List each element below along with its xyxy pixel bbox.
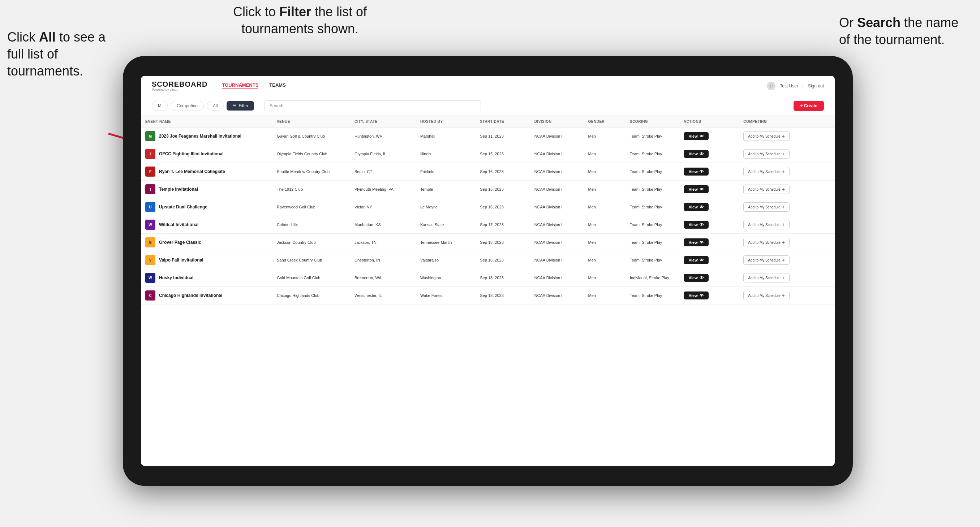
th-division: DIVISION [530,116,584,127]
schedule-button-0[interactable]: Add to My Schedule + [743,132,789,141]
th-competing: COMPETING [739,116,835,127]
cell-venue-4: Ravenwood Golf Club [272,198,350,216]
team-logo-9: C [145,290,155,300]
tab-hosting[interactable]: M [152,101,168,111]
cell-date-5: Sep 17, 2023 [476,216,530,234]
schedule-button-3[interactable]: Add to My Schedule + [743,184,789,194]
view-button-9[interactable]: View 👁 [684,292,709,300]
view-button-1[interactable]: View 👁 [684,150,709,158]
cell-hosted-2: Fairfield [416,163,476,181]
view-button-3[interactable]: View 👁 [684,185,709,193]
cell-event-9: C Chicago Highlands Invitational [141,287,272,305]
annotation-top-center: Click to Filter the list of tournaments … [210,3,390,38]
schedule-button-4[interactable]: Add to My Schedule + [743,202,789,212]
cell-hosted-5: Kansas State [416,216,476,234]
cell-division-0: NCAA Division I [530,127,584,145]
th-city: CITY, STATE [350,116,416,127]
schedule-button-5[interactable]: Add to My Schedule + [743,220,789,229]
cell-scoring-6: Team, Stroke Play [625,234,679,251]
cell-hosted-6: Tennessee-Martin [416,234,476,251]
schedule-button-7[interactable]: Add to My Schedule + [743,256,789,265]
cell-event-3: T Temple Invitational [141,181,272,198]
cell-actions-7: View 👁 [679,251,739,269]
cell-division-3: NCAA Division I [530,181,584,198]
team-logo-4: U [145,202,155,212]
cell-gender-4: Men [584,198,625,216]
tab-all[interactable]: All [207,101,224,111]
cell-event-6: G Grover Page Classic [141,234,272,251]
team-logo-5: W [145,220,155,230]
annotation-top-left: Click All to see a full list of tourname… [7,29,108,79]
cell-scoring-9: Team, Stroke Play [625,287,679,305]
th-date: START DATE [476,116,530,127]
cell-scoring-5: Team, Stroke Play [625,216,679,234]
cell-competing-9: Add to My Schedule + [739,287,835,305]
filter-label: Filter [239,103,248,108]
nav-right: U Test User | Sign out [767,82,824,90]
cell-competing-7: Add to My Schedule + [739,251,835,269]
cell-hosted-3: Temple [416,181,476,198]
nav-separator: | [803,83,803,89]
view-button-6[interactable]: View 👁 [684,238,709,246]
cell-competing-3: Add to My Schedule + [739,181,835,198]
schedule-button-9[interactable]: Add to My Schedule + [743,291,789,300]
cell-venue-9: Chicago Highlands Club [272,287,350,305]
filter-button[interactable]: ☰ Filter [227,101,254,111]
schedule-button-8[interactable]: Add to My Schedule + [743,273,789,283]
team-logo-0: M [145,131,155,141]
tournaments-table: EVENT NAME VENUE CITY, STATE HOSTED BY S… [141,116,835,305]
view-button-0[interactable]: View 👁 [684,132,709,140]
eye-icon-7: 👁 [700,258,703,262]
view-button-4[interactable]: View 👁 [684,203,709,211]
schedule-button-6[interactable]: Add to My Schedule + [743,238,789,247]
event-name-4: Upstate Dual Challenge [159,205,207,210]
team-logo-7: V [145,255,155,265]
cell-event-7: V Valpo Fall Invitational [141,251,272,269]
cell-city-3: Plymouth Meeting, PA [350,181,416,198]
cell-division-9: NCAA Division I [530,287,584,305]
table-row: I OFCC Fighting Illini Invitational Olym… [141,145,835,163]
cell-gender-5: Men [584,216,625,234]
view-button-5[interactable]: View 👁 [684,221,709,229]
event-name-0: 2023 Joe Feaganes Marshall Invitational [159,133,242,139]
event-name-7: Valpo Fall Invitational [159,257,204,263]
sign-out-link[interactable]: Sign out [808,83,824,89]
table-row: F Ryan T. Lee Memorial Collegiate Shuttl… [141,163,835,181]
cell-competing-6: Add to My Schedule + [739,234,835,251]
view-button-7[interactable]: View 👁 [684,256,709,264]
th-gender: GENDER [584,116,625,127]
create-button[interactable]: + Create [794,101,824,111]
cell-scoring-2: Team, Stroke Play [625,163,679,181]
cell-venue-5: Colbert Hills [272,216,350,234]
cell-event-8: W Husky Individual [141,269,272,287]
schedule-button-1[interactable]: Add to My Schedule + [743,149,789,159]
search-input[interactable] [264,100,481,111]
cell-gender-0: Men [584,127,625,145]
eye-icon-9: 👁 [700,293,703,298]
eye-icon-1: 👁 [700,152,703,156]
cell-scoring-1: Team, Stroke Play [625,145,679,163]
cell-division-4: NCAA Division I [530,198,584,216]
event-name-8: Husky Individual [159,275,193,280]
view-button-8[interactable]: View 👁 [684,274,709,282]
event-name-1: OFCC Fighting Illini Invitational [159,151,224,156]
view-button-2[interactable]: View 👁 [684,168,709,176]
eye-icon-4: 👁 [700,205,703,209]
nav-teams[interactable]: TEAMS [269,83,286,89]
nav-tournaments[interactable]: TOURNAMENTS [222,83,258,89]
table-row: W Husky Individual Gold Mountain Golf Cl… [141,269,835,287]
cell-venue-7: Sand Creek Country Club [272,251,350,269]
cell-scoring-0: Team, Stroke Play [625,127,679,145]
schedule-button-2[interactable]: Add to My Schedule + [743,167,789,176]
cell-division-5: NCAA Division I [530,216,584,234]
table-row: M 2023 Joe Feaganes Marshall Invitationa… [141,127,835,145]
cell-venue-8: Gold Mountain Golf Club [272,269,350,287]
cell-event-2: F Ryan T. Lee Memorial Collegiate [141,163,272,181]
cell-event-1: I OFCC Fighting Illini Invitational [141,145,272,163]
cell-division-1: NCAA Division I [530,145,584,163]
team-logo-6: G [145,237,155,248]
cell-actions-1: View 👁 [679,145,739,163]
event-name-2: Ryan T. Lee Memorial Collegiate [159,169,225,174]
tab-competing[interactable]: Competing [170,101,204,111]
table-row: U Upstate Dual Challenge Ravenwood Golf … [141,198,835,216]
